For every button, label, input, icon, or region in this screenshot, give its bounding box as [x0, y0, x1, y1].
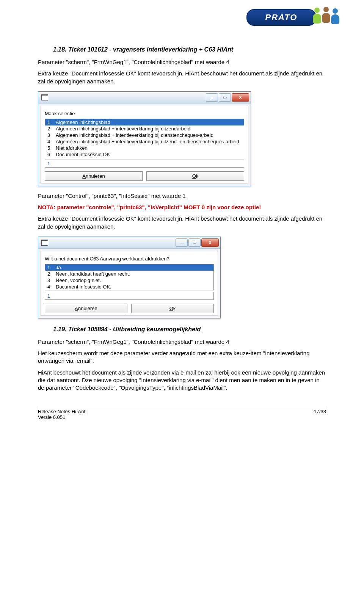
- titlebar: — ▭ X: [38, 237, 220, 249]
- list-item: 3Neen, voorlopig niet.: [45, 277, 213, 284]
- section-118-p1: Parameter "scherm", "FrmWnGeg1", "Contro…: [38, 58, 326, 66]
- dialog1-label: Maak selectie: [45, 111, 244, 116]
- dialog2-input[interactable]: 1: [45, 292, 214, 300]
- section-118-p4: Extra keuze "Document infosessie OK" kom…: [38, 215, 326, 230]
- dialog1-list[interactable]: 1Algemeen inlichtingsblad 2Algemeen inli…: [45, 119, 244, 158]
- dialog-c63-afdrukken: — ▭ X Wilt u het document C63 Aanvraag w…: [38, 237, 221, 318]
- section-118-heading: 1.18. Ticket 101612 - vragensets intenti…: [53, 46, 326, 53]
- footer-left: Release Notes Hi-Ant Versie 6.051: [38, 409, 85, 420]
- titlebar: — ▭ X: [38, 92, 251, 103]
- list-item: 4Document infosessie OK.: [45, 284, 213, 290]
- close-button[interactable]: X: [201, 238, 219, 247]
- list-item: 6Document infosessie OK: [45, 151, 244, 158]
- minimize-button[interactable]: —: [206, 93, 218, 102]
- ok-button[interactable]: Ok: [146, 171, 244, 181]
- brand-name: PRATO: [246, 9, 316, 26]
- list-item: 1Ja.: [45, 264, 213, 271]
- app-icon: [41, 94, 48, 100]
- brand-logo: PRATO: [246, 5, 341, 27]
- app-icon: [41, 240, 48, 246]
- section-118-p2: Extra keuze "Document infosessie OK" kom…: [38, 70, 326, 85]
- dialog2-label: Wilt u het document C63 Aanvraag werkkaa…: [45, 256, 214, 262]
- minimize-button[interactable]: —: [176, 238, 188, 247]
- ok-button[interactable]: Ok: [131, 304, 214, 313]
- maximize-button[interactable]: ▭: [219, 93, 231, 102]
- section-118-nota: NOTA: parameter "controle", "printc63", …: [38, 204, 326, 211]
- section-119-p2: Het keuzescherm wordt met deze parameter…: [38, 350, 326, 365]
- section-119-p1: Parameter "scherm", "FrmWnGeg1", "Contro…: [38, 338, 326, 346]
- close-button[interactable]: X: [232, 93, 249, 102]
- list-item: 4Algemeen inlichtingsblad + intentieverk…: [45, 138, 244, 145]
- list-item: 3Algemeen inlichtingsblad + intentieverk…: [45, 132, 244, 138]
- brand-people-icon: [311, 5, 341, 27]
- list-item: 2Neen, kandidaat heeft geen recht.: [45, 271, 213, 277]
- list-item: 1Algemeen inlichtingsblad: [45, 119, 244, 125]
- maximize-button[interactable]: ▭: [188, 238, 201, 247]
- dialog1-input[interactable]: 1: [45, 160, 244, 168]
- section-118-p3: Parameter "Control", "printc63", "InfoSe…: [38, 192, 326, 200]
- footer-page: 17/33: [314, 409, 326, 420]
- dialog-maak-selectie: — ▭ X Maak selectie 1Algemeen inlichting…: [38, 91, 251, 186]
- section-119-heading: 1.19. Ticket 105894 - Uitbreiding keuzem…: [53, 326, 326, 333]
- cancel-button[interactable]: Annuleren: [45, 304, 127, 313]
- cancel-button[interactable]: Annuleren: [45, 171, 143, 181]
- list-item: 5Niet afdrukken: [45, 145, 244, 151]
- section-119-p3: HiAnt beschouwt het document als zijnde …: [38, 369, 326, 392]
- list-item: 2Algemeen inlichtingsblad + intentieverk…: [45, 125, 244, 132]
- dialog2-list[interactable]: 1Ja. 2Neen, kandidaat heeft geen recht. …: [45, 264, 214, 290]
